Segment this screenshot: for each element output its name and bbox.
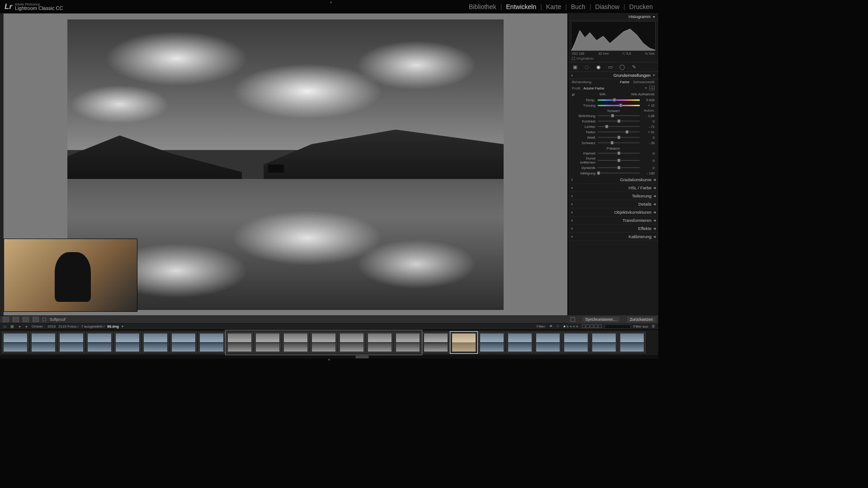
nav-fwd-icon[interactable]: ▸ bbox=[24, 324, 29, 329]
view-loupe-icon[interactable] bbox=[3, 317, 9, 322]
brush-icon[interactable]: ✎ bbox=[631, 64, 637, 70]
module-bibliothek[interactable]: Bibliothek bbox=[469, 3, 496, 10]
treatment-bw[interactable]: Schwarzweiß bbox=[633, 80, 655, 84]
treatment-row: Behandlung: Farbe Schwarzweiß bbox=[568, 79, 658, 85]
filmstrip-scrollbar[interactable] bbox=[0, 355, 658, 359]
filmstrip-thumb[interactable]: ⋯ bbox=[114, 332, 141, 353]
lr-logo-icon: Lr bbox=[5, 2, 12, 11]
slider-clarity[interactable] bbox=[598, 151, 640, 155]
footer-collapse-icon[interactable]: ▼ bbox=[0, 359, 658, 361]
canvas-area[interactable] bbox=[4, 14, 568, 315]
filmstrip-thumb[interactable]: ⋯ bbox=[2, 332, 29, 353]
current-filename: 86.dng bbox=[107, 324, 119, 328]
module-drucken[interactable]: Drucken bbox=[629, 3, 653, 10]
filter-lock-icon[interactable]: ⦿ bbox=[651, 324, 656, 329]
panel-objektivkorrekturen[interactable]: Objektivkorrekturen◀ bbox=[568, 208, 658, 216]
wb-row[interactable]: ⌀ WA: Wie Aufnahme bbox=[568, 91, 658, 97]
spot-heal-icon[interactable]: ◌ bbox=[584, 64, 590, 70]
profile-row[interactable]: Profil: Adobe Farbe ▾ bbox=[568, 85, 658, 91]
filmstrip-thumb[interactable]: ⋯ bbox=[86, 332, 113, 353]
folder-label: Ordner : bbox=[32, 324, 45, 328]
toggle-panel-icon[interactable] bbox=[571, 317, 575, 322]
filmstrip-thumb[interactable]: ⋯ bbox=[478, 332, 505, 353]
view-grid-icon[interactable] bbox=[33, 317, 39, 322]
module-entwickeln[interactable]: Entwickeln bbox=[506, 3, 536, 10]
slider-tint[interactable] bbox=[598, 103, 640, 108]
slider-temp[interactable] bbox=[598, 98, 640, 102]
wb-eyedropper-icon[interactable]: ⌀ bbox=[572, 92, 575, 97]
module-karte[interactable]: Karte bbox=[546, 3, 561, 10]
view-before-after-icon[interactable] bbox=[13, 317, 19, 322]
gradient-icon[interactable]: ▭ bbox=[607, 64, 613, 70]
redeye-icon[interactable]: ◉ bbox=[595, 64, 602, 70]
module-diashow[interactable]: Diashow bbox=[595, 3, 620, 10]
treatment-color[interactable]: Farbe bbox=[620, 80, 629, 84]
webcam-overlay bbox=[4, 239, 137, 312]
sync-button[interactable]: Synchronisieren… bbox=[583, 317, 619, 322]
flag-pick-icon[interactable]: ⚑ bbox=[548, 324, 553, 329]
filmstrip-thumb[interactable]: ⋯ bbox=[58, 332, 85, 353]
app-logo-block: Lr Adobe Photoshop Lightroom Classic CC bbox=[5, 2, 63, 11]
panel-transformieren[interactable]: Transformieren◀ bbox=[568, 216, 658, 225]
profile-browser-icon[interactable] bbox=[649, 86, 655, 90]
radial-icon[interactable]: ◯ bbox=[619, 64, 625, 70]
filmstrip-thumb[interactable]: ⋯ bbox=[170, 332, 197, 353]
view-split-icon[interactable] bbox=[23, 317, 29, 322]
canvas-toolbar: Softproof bbox=[0, 315, 568, 324]
slider-highlights[interactable] bbox=[598, 124, 640, 129]
slider-contrast[interactable] bbox=[598, 119, 640, 123]
slider-vibrance[interactable] bbox=[598, 165, 640, 170]
flag-reject-icon[interactable]: ⚐ bbox=[556, 324, 560, 329]
basic-panel-header[interactable]: Grundeinstellungen▼ bbox=[568, 72, 658, 79]
slider-saturation[interactable] bbox=[598, 171, 640, 175]
reset-button[interactable]: Zurücksetzen bbox=[627, 317, 656, 322]
module-buch[interactable]: Buch bbox=[571, 3, 585, 10]
left-panel-collapsed[interactable] bbox=[0, 14, 4, 315]
checkbox-icon[interactable] bbox=[572, 57, 575, 60]
filmstrip-thumb[interactable]: ⋯ bbox=[534, 332, 561, 353]
second-window-icon[interactable]: ▭ bbox=[3, 324, 7, 329]
filmstrip-thumb[interactable]: ⋯ bbox=[142, 332, 169, 353]
filmstrip-info-row: ▭ ▦ ◂ ▸ Ordner : 2018 2119 Fotos / 7 aus… bbox=[0, 324, 658, 330]
photo-count: 2119 Fotos / bbox=[58, 324, 78, 328]
slider-shadows[interactable] bbox=[598, 130, 640, 134]
module-picker: Bibliothek|Entwickeln|Karte|Buch|Diashow… bbox=[469, 0, 653, 14]
slider-whites[interactable] bbox=[598, 135, 640, 140]
filmstrip-thumb[interactable]: ⋯ bbox=[562, 332, 590, 353]
header-collapse-icon[interactable]: ▲ bbox=[329, 0, 333, 4]
softproof-label: Softproof bbox=[50, 317, 66, 322]
filter-off-label[interactable]: Filter aus bbox=[633, 324, 648, 328]
grid-view-icon[interactable]: ▦ bbox=[10, 324, 14, 329]
shutter-value: ⅛ Sek bbox=[645, 52, 655, 56]
crop-icon[interactable]: ▣ bbox=[572, 64, 578, 70]
softproof-checkbox[interactable] bbox=[42, 318, 46, 321]
filmstrip-thumb[interactable]: ⋯ bbox=[618, 332, 646, 353]
filmstrip-thumb[interactable]: ⋯ bbox=[198, 332, 225, 353]
svg-marker-0 bbox=[571, 29, 655, 51]
filmstrip-thumb[interactable]: ⋯ bbox=[422, 332, 449, 353]
panel-hsl-farbe[interactable]: HSL / Farbe◀ bbox=[568, 184, 658, 192]
filmstrip[interactable]: ⋯⋯⋯⋯⋯⋯⋯⋯⋯⋯⋯⋯⋯⋯⋯⋯⋯⋯⋯⋯⋯⋯⋯ bbox=[0, 330, 658, 355]
auto-tone-button[interactable]: Autom. bbox=[644, 108, 655, 113]
panel-details[interactable]: Details◀ bbox=[568, 200, 658, 208]
slider-dehaze[interactable] bbox=[598, 158, 640, 163]
slider-exposure[interactable] bbox=[598, 113, 640, 118]
histogram-graph[interactable] bbox=[571, 21, 656, 51]
filmstrip-thumb[interactable]: ⋯ bbox=[30, 332, 57, 353]
panel-teiltonung[interactable]: Teiltonung◀ bbox=[568, 192, 658, 200]
panel-effekte[interactable]: Effekte◀ bbox=[568, 225, 658, 233]
nav-back-icon[interactable]: ◂ bbox=[17, 324, 22, 329]
panel-gradationskurve[interactable]: Gradationskurve◀ bbox=[568, 176, 658, 184]
panel-kalibrierung[interactable]: Kalibrierung◀ bbox=[568, 233, 658, 241]
originalfoto-toggle[interactable]: Originalfoto bbox=[568, 56, 658, 62]
histogram-header[interactable]: Histogramm▼ bbox=[568, 14, 658, 20]
filmstrip-thumb[interactable]: ⋯ bbox=[590, 332, 618, 353]
color-label-filter[interactable] bbox=[581, 324, 602, 329]
filmstrip-thumb[interactable]: ⋯ bbox=[450, 332, 477, 353]
filmstrip-thumb[interactable]: ⋯ bbox=[506, 332, 533, 353]
filter-preset-dropdown[interactable] bbox=[604, 324, 631, 329]
folder-name[interactable]: 2018 bbox=[47, 324, 56, 328]
rating-filter[interactable]: ★★★★★ bbox=[563, 324, 579, 328]
slider-blacks[interactable] bbox=[598, 141, 640, 145]
app-header: Lr Adobe Photoshop Lightroom Classic CC … bbox=[0, 0, 658, 14]
